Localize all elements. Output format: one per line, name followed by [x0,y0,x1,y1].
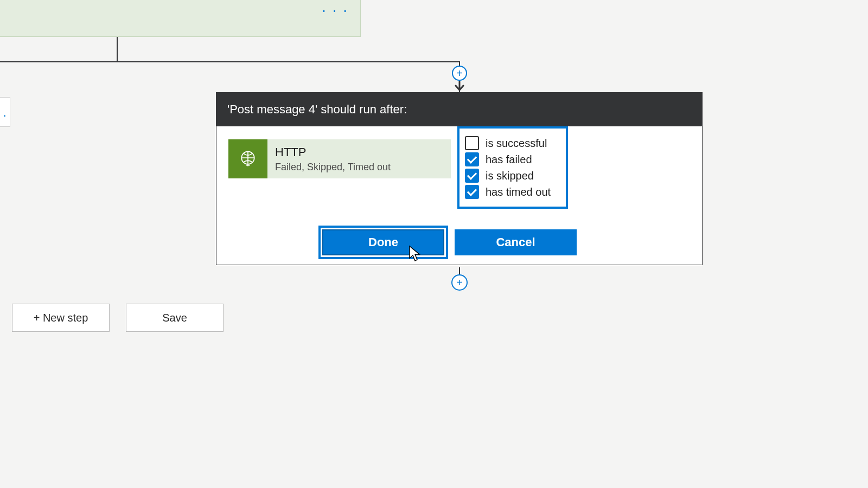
action-subtitle: Failed, Skipped, Timed out [275,162,391,173]
connector-line [117,37,118,62]
checkbox-is-skipped[interactable] [465,169,479,183]
add-step-icon[interactable]: + [452,66,467,81]
panel-title: 'Post message 4' should run after: [216,93,702,126]
connector-line [459,267,460,275]
action-card-partial[interactable]: . . [0,97,10,127]
done-highlight: Done [318,226,448,259]
done-button[interactable]: Done [322,229,444,255]
condition-label: is skipped [486,170,534,182]
connector-line [0,61,459,62]
cancel-button[interactable]: Cancel [455,229,577,255]
add-step-icon[interactable]: + [451,274,468,291]
ellipsis-icon[interactable]: · · · [322,3,348,18]
condition-row: is successful [465,136,560,150]
action-title: HTTP [275,145,391,159]
action-card[interactable]: · · · [0,0,361,37]
conditions-group: is successful has failed is skipped has … [457,126,568,209]
condition-row: has timed out [465,185,560,199]
checkbox-has-timed-out[interactable] [465,185,479,199]
globe-icon [228,139,267,178]
condition-row: has failed [465,152,560,166]
footer-buttons: + New step Save [12,304,224,332]
button-row: Done Cancel [318,226,577,259]
predecessor-action[interactable]: HTTP Failed, Skipped, Timed out [228,139,451,178]
run-after-panel: 'Post message 4' should run after: HTTP … [216,92,703,265]
condition-label: has timed out [486,186,551,198]
new-step-button[interactable]: + New step [12,304,110,332]
arrow-down-icon [454,80,465,92]
checkbox-is-successful[interactable] [465,136,479,150]
save-button[interactable]: Save [126,304,224,332]
condition-row: is skipped [465,169,560,183]
checkbox-has-failed[interactable] [465,152,479,166]
condition-label: is successful [486,137,547,150]
condition-label: has failed [486,153,532,166]
panel-body: HTTP Failed, Skipped, Timed out is succe… [216,126,702,265]
